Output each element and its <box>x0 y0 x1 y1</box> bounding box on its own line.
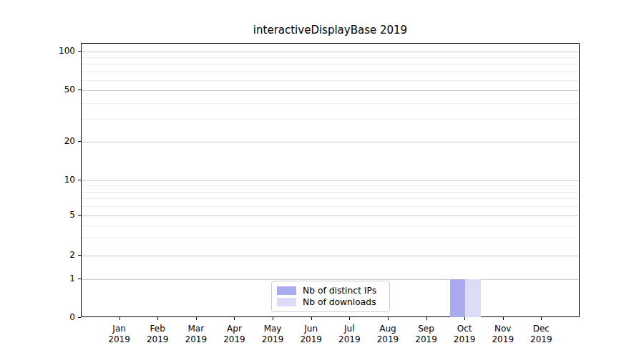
y-tick-label: 100 <box>42 46 75 56</box>
y-tick-label: 0 <box>42 312 75 322</box>
gridline-minor <box>82 57 579 58</box>
x-tick <box>349 317 350 320</box>
legend-label: Nb of distinct IPs <box>303 286 376 296</box>
legend-item: Nb of downloads <box>277 296 384 308</box>
gridline-major <box>82 142 579 142</box>
legend: Nb of distinct IPsNb of downloads <box>271 281 390 312</box>
y-tick <box>78 180 81 180</box>
figure: interactiveDisplayBase 2019 012510205010… <box>0 0 644 358</box>
gridline-minor <box>82 238 579 238</box>
gridline-minor <box>82 72 579 72</box>
y-tick-label: 10 <box>42 175 75 185</box>
gridline-major <box>82 90 579 91</box>
gridline-minor <box>82 103 579 104</box>
gridline-major <box>82 256 579 256</box>
y-tick <box>78 90 81 90</box>
plot-area <box>81 43 580 317</box>
y-tick-label: 20 <box>42 136 75 146</box>
x-tick <box>196 317 197 320</box>
gridline-major <box>82 279 579 280</box>
y-tick-label: 50 <box>42 84 75 95</box>
x-tick <box>119 317 120 320</box>
gridline-minor <box>82 64 579 64</box>
x-tick <box>426 317 427 320</box>
gridline-major <box>82 52 579 52</box>
y-tick <box>78 51 81 52</box>
bar-nb-of-downloads <box>465 279 481 317</box>
y-tick <box>78 317 81 318</box>
gridline-major <box>82 216 579 216</box>
gridline-minor <box>82 226 579 226</box>
gridline-minor <box>82 119 579 120</box>
bar-nb-of-distinct-ips <box>450 279 466 317</box>
x-tick <box>464 317 465 320</box>
x-tick <box>157 317 158 320</box>
x-tick-label: Dec 2019 <box>518 324 564 345</box>
y-tick <box>78 215 81 216</box>
legend-item: Nb of distinct IPs <box>277 285 384 296</box>
x-tick <box>503 317 504 320</box>
y-tick <box>78 279 81 279</box>
y-tick <box>78 141 81 142</box>
legend-swatch <box>277 298 296 306</box>
gridline-minor <box>82 198 579 199</box>
x-tick <box>541 317 542 320</box>
legend-label: Nb of downloads <box>303 297 376 307</box>
y-tick-label: 1 <box>42 274 75 284</box>
legend-swatch <box>277 286 296 295</box>
y-tick-label: 2 <box>42 250 75 260</box>
gridline-minor <box>82 80 579 81</box>
gridline-minor <box>82 206 579 207</box>
y-tick <box>78 255 81 256</box>
y-tick-label: 5 <box>42 210 75 220</box>
gridline-minor <box>82 192 579 193</box>
gridline-minor <box>82 185 579 186</box>
gridline-major <box>82 180 579 181</box>
chart-title: interactiveDisplayBase 2019 <box>81 24 580 37</box>
x-tick <box>311 317 312 320</box>
x-tick <box>388 317 389 320</box>
x-tick <box>234 317 235 320</box>
x-tick <box>273 317 273 320</box>
